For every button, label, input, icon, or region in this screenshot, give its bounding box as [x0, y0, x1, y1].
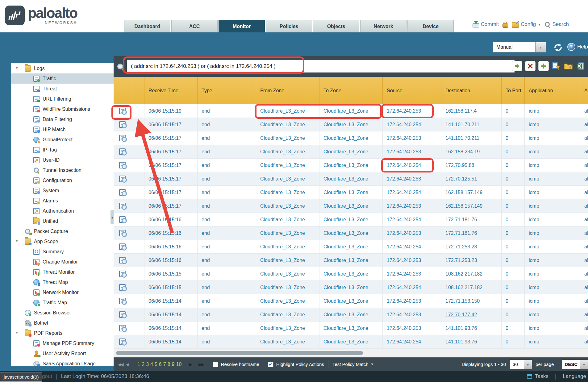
sidebar-item-threat-monitor[interactable]: Threat Monitor: [11, 267, 114, 277]
destination-cell[interactable]: 141.101.93.76: [441, 322, 502, 335]
sidebar-item-system[interactable]: System: [11, 185, 114, 196]
sidebar-item-hip-match[interactable]: HIP Match: [11, 124, 114, 135]
type-cell[interactable]: end: [198, 240, 256, 253]
destination-cell[interactable]: 172.70.95.88: [441, 159, 502, 172]
source-cell[interactable]: 172.64.240.253: [383, 104, 441, 118]
detail-cell[interactable]: [114, 199, 131, 213]
test-policy-match-button[interactable]: Test Policy Match ▼: [332, 362, 374, 367]
receive-time-cell[interactable]: 06/06 15:15:17: [144, 145, 198, 158]
application-cell[interactable]: icmp: [525, 145, 580, 158]
sidebar-item-user-id[interactable]: User-ID: [11, 155, 114, 165]
receive-time-cell[interactable]: 06/06 15:15:17: [144, 199, 198, 213]
destination-cell[interactable]: 162.158.157.149: [441, 186, 502, 199]
horizontal-scrollbar-thumb[interactable]: [116, 351, 363, 355]
action-cell[interactable]: allow: [580, 281, 588, 294]
sidebar-item-app-scope[interactable]: App Scope: [11, 236, 114, 247]
sidebar-item-botnet[interactable]: Botnet: [11, 318, 114, 328]
sidebar-item-globalprotect[interactable]: GlobalProtect: [11, 135, 114, 145]
saved-filters-button[interactable]: [564, 61, 573, 71]
detail-cell[interactable]: [114, 131, 131, 145]
from-zone-cell[interactable]: Cloudflare_L3_Zone: [256, 254, 319, 267]
source-cell[interactable]: 172.64.240.253: [383, 172, 441, 185]
log-detail-icon[interactable]: [119, 257, 126, 264]
from-zone-cell[interactable]: Cloudflare_L3_Zone: [256, 104, 319, 118]
log-detail-icon[interactable]: [119, 135, 126, 141]
log-detail-icon[interactable]: [119, 176, 126, 182]
log-detail-icon[interactable]: [119, 162, 126, 168]
page-number-9[interactable]: 9: [172, 362, 175, 367]
column-header-action[interactable]: Action: [580, 77, 588, 104]
sidebar-item-summary[interactable]: Summary: [11, 247, 114, 257]
source-cell[interactable]: 172.64.240.254: [383, 186, 441, 199]
application-cell[interactable]: icmp: [525, 322, 580, 335]
sidebar-item-threat[interactable]: Threat: [11, 84, 114, 94]
source-cell[interactable]: 172.64.240.254: [383, 335, 441, 348]
sort-order-value[interactable]: DESC: [562, 360, 580, 369]
from-zone-cell[interactable]: Cloudflare_L3_Zone: [256, 308, 319, 321]
log-detail-icon[interactable]: [119, 108, 126, 114]
action-cell[interactable]: allow: [580, 226, 588, 240]
application-cell[interactable]: icmp: [525, 240, 580, 253]
from-zone-cell[interactable]: Cloudflare_L3_Zone: [256, 335, 319, 348]
to-zone-cell[interactable]: Cloudflare_L3_Zone: [319, 254, 383, 267]
refresh-icon[interactable]: [553, 43, 563, 52]
destination-cell[interactable]: 172.71.181.76: [441, 226, 502, 240]
destination-cell[interactable]: 172.71.153.150: [441, 294, 502, 308]
resolve-hostname-checkbox[interactable]: [213, 362, 218, 367]
source-cell[interactable]: 172.64.240.253: [383, 254, 441, 267]
sidebar-item-alarms[interactable]: Alarms: [11, 196, 114, 206]
log-detail-icon[interactable]: [119, 203, 126, 209]
to-zone-cell[interactable]: Cloudflare_L3_Zone: [319, 226, 383, 240]
from-zone-cell[interactable]: Cloudflare_L3_Zone: [256, 226, 319, 240]
source-cell[interactable]: 172.64.240.253: [383, 308, 441, 321]
detail-cell[interactable]: [114, 159, 131, 172]
destination-cell[interactable]: 172.70.177.42: [441, 308, 502, 321]
from-zone-cell[interactable]: Cloudflare_L3_Zone: [256, 199, 319, 213]
from-zone-cell[interactable]: Cloudflare_L3_Zone: [256, 281, 319, 294]
to-port-cell[interactable]: 0: [502, 145, 525, 158]
source-cell[interactable]: 172.64.240.254: [383, 240, 441, 253]
sidebar-item-url-filtering[interactable]: URL Filtering: [11, 94, 114, 104]
to-port-cell[interactable]: 0: [502, 294, 525, 308]
refresh-mode-value[interactable]: Manual: [493, 42, 536, 52]
tab-monitor[interactable]: Monitor: [219, 20, 265, 32]
log-detail-icon[interactable]: [119, 298, 126, 304]
log-detail-icon[interactable]: [119, 271, 126, 277]
column-header-receive-time[interactable]: Receive Time: [144, 77, 198, 104]
type-cell[interactable]: end: [198, 281, 256, 294]
application-cell[interactable]: icmp: [525, 104, 580, 118]
destination-cell[interactable]: 162.158.117.4: [441, 104, 502, 118]
source-cell[interactable]: 172.64.240.253: [383, 267, 441, 280]
detail-cell[interactable]: [114, 172, 131, 185]
receive-time-cell[interactable]: 06/06 15:15:17: [144, 172, 198, 185]
to-port-cell[interactable]: 0: [502, 199, 525, 213]
source-cell[interactable]: 172.64.240.254: [383, 159, 441, 172]
type-cell[interactable]: end: [198, 104, 256, 118]
refresh-mode-dropdown-button[interactable]: [536, 42, 546, 52]
expander-icon[interactable]: [15, 66, 19, 70]
to-port-cell[interactable]: 0: [502, 240, 525, 253]
sidebar-item-saas-application-usage[interactable]: SaaS Application Usage: [11, 359, 114, 366]
detail-cell[interactable]: [114, 118, 131, 131]
sidebar-item-data-filtering[interactable]: Data Filtering: [11, 114, 114, 124]
expander-icon[interactable]: [15, 239, 19, 243]
highlight-policy-actions-checkbox[interactable]: [268, 362, 273, 367]
receive-time-cell[interactable]: 06/06 15:15:17: [144, 118, 198, 131]
receive-time-cell[interactable]: 06/06 15:15:15: [144, 281, 198, 294]
page-number-1[interactable]: 1: [137, 362, 140, 367]
action-cell[interactable]: allow: [580, 240, 588, 253]
sidebar-item-change-monitor[interactable]: Change Monitor: [11, 257, 114, 267]
action-cell[interactable]: allow: [580, 335, 588, 348]
to-zone-cell[interactable]: Cloudflare_L3_Zone: [319, 159, 383, 172]
receive-time-cell[interactable]: 06/06 15:15:16: [144, 240, 198, 253]
action-cell[interactable]: allow: [580, 186, 588, 199]
detail-cell[interactable]: [114, 294, 131, 308]
destination-cell[interactable]: 162.158.234.19: [441, 145, 502, 158]
application-cell[interactable]: icmp: [525, 159, 580, 172]
tab-policies[interactable]: Policies: [266, 20, 312, 32]
page-number-5[interactable]: 5: [155, 362, 157, 367]
per-page-value[interactable]: 30: [510, 360, 524, 369]
to-zone-cell[interactable]: Cloudflare_L3_Zone: [319, 118, 383, 131]
sidebar-item-wildfire-submissions[interactable]: WildFire Submissions: [11, 104, 114, 114]
to-port-cell[interactable]: 0: [502, 254, 525, 267]
